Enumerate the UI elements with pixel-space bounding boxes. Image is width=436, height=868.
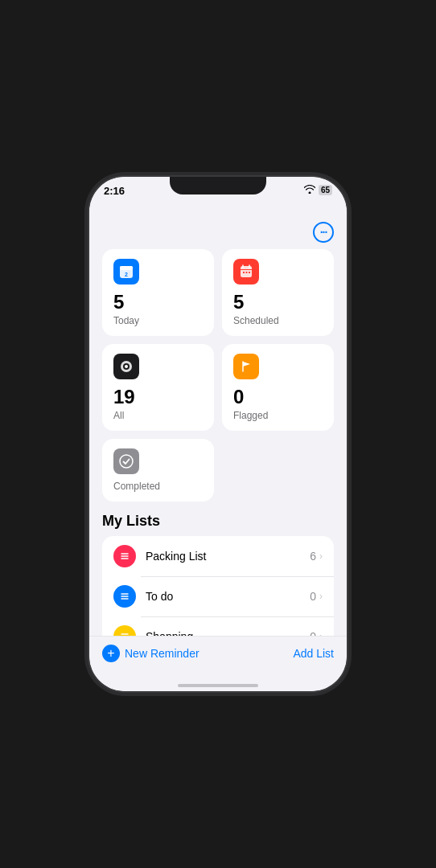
notch <box>170 177 266 194</box>
shopping-chevron: › <box>319 631 323 636</box>
shopping-icon <box>113 625 136 636</box>
list-item-packing[interactable]: Packing List 6 › <box>102 536 334 576</box>
packing-info: Packing List <box>146 550 310 563</box>
todo-icon <box>113 585 136 608</box>
todo-count: 0 <box>310 590 316 603</box>
list-item-shopping[interactable]: Shopping 0 › <box>102 616 334 636</box>
new-reminder-button[interactable]: + New Reminder <box>102 645 199 662</box>
smart-lists-grid: 2 5 Today <box>102 249 334 431</box>
status-time: 2:16 <box>104 185 125 197</box>
smart-card-scheduled[interactable]: 5 Scheduled <box>222 249 334 336</box>
svg-rect-10 <box>246 272 248 273</box>
svg-point-15 <box>120 455 133 468</box>
wifi-icon <box>304 185 315 195</box>
today-label: Today <box>113 315 203 326</box>
todo-info: To do <box>146 590 310 603</box>
svg-text:2: 2 <box>125 272 128 277</box>
svg-rect-11 <box>249 272 250 273</box>
phone-screen: 2:16 65 ··· <box>89 177 347 691</box>
smart-card-flagged[interactable]: 0 Flagged <box>222 344 334 431</box>
today-count: 5 <box>113 291 203 313</box>
smart-card-today[interactable]: 2 5 Today <box>102 249 214 336</box>
plus-icon: + <box>102 645 120 662</box>
all-label: All <box>113 410 203 421</box>
status-bar: 2:16 65 <box>89 177 347 212</box>
all-count: 19 <box>113 386 203 408</box>
flagged-label: Flagged <box>233 410 323 421</box>
more-button[interactable]: ··· <box>313 222 334 243</box>
header-row: ··· <box>102 219 334 249</box>
packing-count: 6 <box>310 550 316 563</box>
shopping-count: 0 <box>310 630 316 636</box>
phone-frame: 2:16 65 ··· <box>89 177 347 691</box>
packing-right: 6 › <box>310 550 323 563</box>
list-item-todo[interactable]: To do 0 › <box>102 576 334 616</box>
more-icon: ··· <box>320 226 327 239</box>
scheduled-icon <box>233 259 259 285</box>
today-icon: 2 <box>113 259 139 285</box>
scheduled-count: 5 <box>233 291 323 313</box>
status-icons: 65 <box>304 185 332 195</box>
packing-icon <box>113 545 136 567</box>
completed-label: Completed <box>113 481 203 492</box>
svg-rect-9 <box>243 272 245 273</box>
smart-card-all[interactable]: 19 All <box>102 344 214 431</box>
packing-name: Packing List <box>146 550 310 563</box>
todo-right: 0 › <box>310 590 323 603</box>
completed-icon <box>113 448 139 474</box>
main-content: ··· 2 5 T <box>89 212 347 636</box>
new-reminder-label: New Reminder <box>125 647 199 660</box>
shopping-name: Shopping <box>146 630 310 636</box>
smart-card-completed[interactable]: Completed <box>102 439 214 502</box>
todo-chevron: › <box>319 591 323 602</box>
shopping-right: 0 › <box>310 630 323 636</box>
shopping-info: Shopping <box>146 630 310 636</box>
footer: + New Reminder Add List <box>89 636 347 675</box>
add-list-button[interactable]: Add List <box>293 647 334 660</box>
flagged-icon <box>233 354 259 379</box>
lists-card: Packing List 6 › <box>102 536 334 636</box>
my-lists-title: My Lists <box>102 513 334 530</box>
battery-icon: 65 <box>319 185 332 195</box>
all-icon <box>113 354 139 379</box>
scheduled-label: Scheduled <box>233 315 323 326</box>
todo-name: To do <box>146 590 310 603</box>
home-indicator <box>178 684 258 687</box>
home-bar <box>89 675 347 691</box>
packing-chevron: › <box>319 551 323 562</box>
flagged-count: 0 <box>233 386 323 408</box>
svg-point-14 <box>125 365 128 368</box>
